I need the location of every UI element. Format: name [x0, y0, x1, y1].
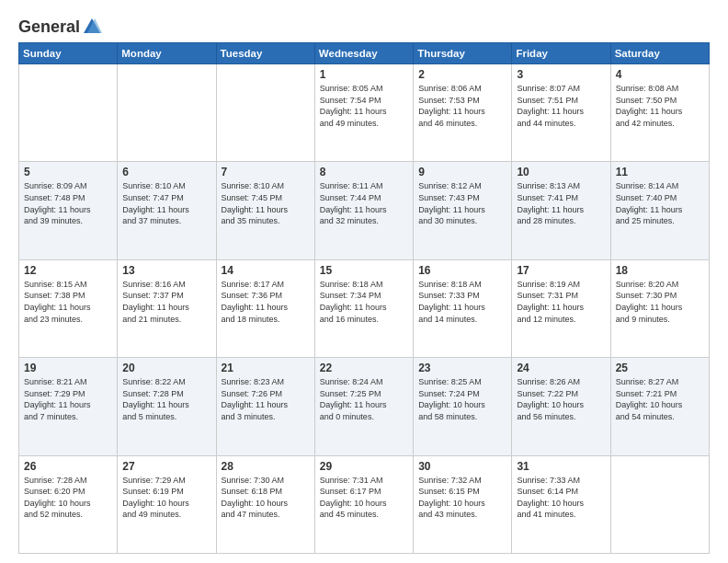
- day-number: 23: [418, 362, 506, 374]
- calendar-cell: 17Sunrise: 8:19 AM Sunset: 7:31 PM Dayli…: [512, 259, 610, 357]
- logo: General: [18, 17, 102, 33]
- calendar-cell: 9Sunrise: 8:12 AM Sunset: 7:43 PM Daylig…: [414, 162, 512, 259]
- day-info: Sunrise: 7:33 AM Sunset: 6:14 PM Dayligh…: [517, 475, 605, 521]
- day-info: Sunrise: 7:31 AM Sunset: 6:17 PM Dayligh…: [320, 475, 408, 521]
- day-info: Sunrise: 8:15 AM Sunset: 7:38 PM Dayligh…: [24, 279, 112, 325]
- day-number: 13: [122, 264, 210, 277]
- day-number: 6: [122, 166, 210, 178]
- day-number: 4: [616, 68, 704, 81]
- calendar-cell: 13Sunrise: 8:16 AM Sunset: 7:37 PM Dayli…: [118, 259, 216, 357]
- day-number: 19: [24, 362, 112, 374]
- day-info: Sunrise: 8:05 AM Sunset: 7:54 PM Dayligh…: [320, 83, 408, 129]
- calendar-cell: [610, 455, 709, 553]
- day-info: Sunrise: 8:23 AM Sunset: 7:26 PM Dayligh…: [222, 376, 310, 422]
- weekday-header-thursday: Thursday: [414, 43, 512, 64]
- day-info: Sunrise: 7:29 AM Sunset: 6:19 PM Dayligh…: [122, 475, 210, 521]
- day-info: Sunrise: 8:21 AM Sunset: 7:29 PM Dayligh…: [24, 376, 112, 422]
- day-number: 2: [418, 68, 506, 81]
- day-info: Sunrise: 8:10 AM Sunset: 7:45 PM Dayligh…: [222, 180, 310, 226]
- calendar-week-4: 19Sunrise: 8:21 AM Sunset: 7:29 PM Dayli…: [19, 358, 710, 455]
- day-info: Sunrise: 8:20 AM Sunset: 7:30 PM Dayligh…: [616, 279, 704, 325]
- calendar-cell: 10Sunrise: 8:13 AM Sunset: 7:41 PM Dayli…: [512, 162, 610, 259]
- weekday-header-saturday: Saturday: [610, 43, 709, 64]
- calendar-cell: 28Sunrise: 7:30 AM Sunset: 6:18 PM Dayli…: [216, 455, 314, 553]
- calendar-cell: 12Sunrise: 8:15 AM Sunset: 7:38 PM Dayli…: [19, 259, 118, 357]
- day-number: 29: [320, 460, 408, 473]
- day-number: 28: [222, 460, 310, 473]
- day-number: 12: [24, 264, 112, 277]
- day-info: Sunrise: 8:22 AM Sunset: 7:28 PM Dayligh…: [122, 376, 210, 422]
- day-info: Sunrise: 8:10 AM Sunset: 7:47 PM Dayligh…: [122, 180, 210, 226]
- day-number: 5: [24, 166, 112, 178]
- day-number: 1: [320, 68, 408, 81]
- calendar-cell: 21Sunrise: 8:23 AM Sunset: 7:26 PM Dayli…: [216, 358, 314, 455]
- calendar-week-2: 5Sunrise: 8:09 AM Sunset: 7:48 PM Daylig…: [19, 162, 710, 259]
- calendar-cell: 7Sunrise: 8:10 AM Sunset: 7:45 PM Daylig…: [216, 162, 314, 259]
- calendar-table: SundayMondayTuesdayWednesdayThursdayFrid…: [18, 42, 710, 554]
- calendar-cell: 11Sunrise: 8:14 AM Sunset: 7:40 PM Dayli…: [610, 162, 709, 259]
- day-number: 24: [517, 362, 605, 374]
- day-number: 14: [222, 264, 310, 277]
- calendar-cell: 31Sunrise: 7:33 AM Sunset: 6:14 PM Dayli…: [512, 455, 610, 553]
- calendar-cell: 19Sunrise: 8:21 AM Sunset: 7:29 PM Dayli…: [19, 358, 118, 455]
- day-info: Sunrise: 8:11 AM Sunset: 7:44 PM Dayligh…: [320, 180, 408, 226]
- day-number: 15: [320, 264, 408, 277]
- calendar-cell: 8Sunrise: 8:11 AM Sunset: 7:44 PM Daylig…: [314, 162, 413, 259]
- day-info: Sunrise: 8:18 AM Sunset: 7:34 PM Dayligh…: [320, 279, 408, 325]
- calendar-cell: 3Sunrise: 8:07 AM Sunset: 7:51 PM Daylig…: [512, 64, 610, 162]
- day-info: Sunrise: 8:13 AM Sunset: 7:41 PM Dayligh…: [517, 180, 605, 226]
- calendar-cell: 15Sunrise: 8:18 AM Sunset: 7:34 PM Dayli…: [314, 259, 413, 357]
- calendar-cell: 25Sunrise: 8:27 AM Sunset: 7:21 PM Dayli…: [610, 358, 709, 455]
- calendar-cell: 18Sunrise: 8:20 AM Sunset: 7:30 PM Dayli…: [610, 259, 709, 357]
- day-info: Sunrise: 8:07 AM Sunset: 7:51 PM Dayligh…: [517, 83, 605, 129]
- day-info: Sunrise: 8:09 AM Sunset: 7:48 PM Dayligh…: [24, 180, 112, 226]
- day-number: 18: [616, 264, 704, 277]
- calendar-cell: 29Sunrise: 7:31 AM Sunset: 6:17 PM Dayli…: [314, 455, 413, 553]
- day-number: 21: [222, 362, 310, 374]
- calendar-cell: 26Sunrise: 7:28 AM Sunset: 6:20 PM Dayli…: [19, 455, 118, 553]
- logo-general: General: [18, 17, 80, 37]
- calendar-cell: [118, 64, 216, 162]
- day-number: 17: [517, 264, 605, 277]
- day-number: 30: [418, 460, 506, 473]
- day-info: Sunrise: 8:18 AM Sunset: 7:33 PM Dayligh…: [418, 279, 506, 325]
- weekday-header-friday: Friday: [512, 43, 610, 64]
- day-info: Sunrise: 8:26 AM Sunset: 7:22 PM Dayligh…: [517, 376, 605, 422]
- calendar-cell: 30Sunrise: 7:32 AM Sunset: 6:15 PM Dayli…: [414, 455, 512, 553]
- day-number: 9: [418, 166, 506, 178]
- day-number: 31: [517, 460, 605, 473]
- day-number: 3: [517, 68, 605, 81]
- calendar-cell: 2Sunrise: 8:06 AM Sunset: 7:53 PM Daylig…: [414, 64, 512, 162]
- calendar-week-5: 26Sunrise: 7:28 AM Sunset: 6:20 PM Dayli…: [19, 455, 710, 553]
- calendar-cell: 24Sunrise: 8:26 AM Sunset: 7:22 PM Dayli…: [512, 358, 610, 455]
- day-number: 25: [616, 362, 704, 374]
- header: General: [18, 17, 710, 33]
- calendar-cell: [19, 64, 118, 162]
- calendar-week-1: 1Sunrise: 8:05 AM Sunset: 7:54 PM Daylig…: [19, 64, 710, 162]
- day-info: Sunrise: 7:30 AM Sunset: 6:18 PM Dayligh…: [222, 475, 310, 521]
- day-info: Sunrise: 8:06 AM Sunset: 7:53 PM Dayligh…: [418, 83, 506, 129]
- day-number: 22: [320, 362, 408, 374]
- weekday-header-monday: Monday: [118, 43, 216, 64]
- calendar-cell: 23Sunrise: 8:25 AM Sunset: 7:24 PM Dayli…: [414, 358, 512, 455]
- day-info: Sunrise: 8:17 AM Sunset: 7:36 PM Dayligh…: [222, 279, 310, 325]
- page: General SundayMondayTuesdayWednesdayThur…: [0, 0, 728, 563]
- day-info: Sunrise: 7:28 AM Sunset: 6:20 PM Dayligh…: [24, 475, 112, 521]
- day-number: 20: [122, 362, 210, 374]
- weekday-header-wednesday: Wednesday: [314, 43, 413, 64]
- calendar-week-3: 12Sunrise: 8:15 AM Sunset: 7:38 PM Dayli…: [19, 259, 710, 357]
- day-info: Sunrise: 7:32 AM Sunset: 6:15 PM Dayligh…: [418, 475, 506, 521]
- calendar-cell: 1Sunrise: 8:05 AM Sunset: 7:54 PM Daylig…: [314, 64, 413, 162]
- logo-icon: [82, 17, 102, 37]
- calendar-cell: [216, 64, 314, 162]
- day-info: Sunrise: 8:12 AM Sunset: 7:43 PM Dayligh…: [418, 180, 506, 226]
- day-info: Sunrise: 8:25 AM Sunset: 7:24 PM Dayligh…: [418, 376, 506, 422]
- day-number: 11: [616, 166, 704, 178]
- day-number: 7: [222, 166, 310, 178]
- calendar-cell: 4Sunrise: 8:08 AM Sunset: 7:50 PM Daylig…: [610, 64, 709, 162]
- calendar-cell: 5Sunrise: 8:09 AM Sunset: 7:48 PM Daylig…: [19, 162, 118, 259]
- calendar-cell: 22Sunrise: 8:24 AM Sunset: 7:25 PM Dayli…: [314, 358, 413, 455]
- calendar-cell: 6Sunrise: 8:10 AM Sunset: 7:47 PM Daylig…: [118, 162, 216, 259]
- calendar-cell: 14Sunrise: 8:17 AM Sunset: 7:36 PM Dayli…: [216, 259, 314, 357]
- calendar-cell: 27Sunrise: 7:29 AM Sunset: 6:19 PM Dayli…: [118, 455, 216, 553]
